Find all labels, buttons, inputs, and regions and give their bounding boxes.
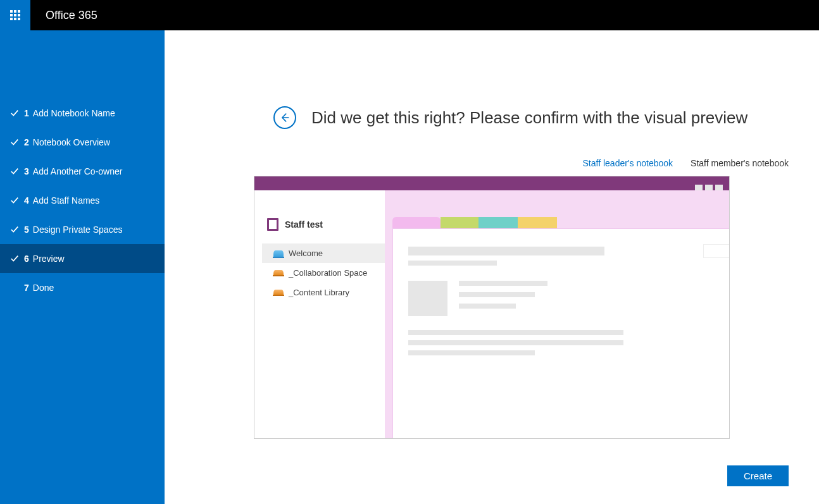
page-heading: Did we get this right? Please confirm wi… xyxy=(311,108,747,128)
notebook-title: Staff test xyxy=(285,219,323,230)
step-preview[interactable]: 6 Preview xyxy=(0,244,165,273)
wizard-sidebar: 1 Add Notebook Name 2 Notebook Overview … xyxy=(0,30,165,504)
placeholder-line xyxy=(408,350,535,355)
check-icon xyxy=(9,282,20,293)
notebook-nav: Staff test Welcome _Collaboration Space xyxy=(254,190,385,438)
notebook-title-row: Staff test xyxy=(262,216,385,233)
notebook-page-preview xyxy=(385,190,729,438)
step-add-notebook-name[interactable]: 1 Add Notebook Name xyxy=(0,99,165,128)
placeholder-line xyxy=(408,261,497,266)
check-icon xyxy=(9,195,20,206)
app-launcher-button[interactable] xyxy=(0,0,30,30)
placeholder-image xyxy=(408,281,447,316)
section-icon xyxy=(273,250,284,257)
step-notebook-overview[interactable]: 2 Notebook Overview xyxy=(0,128,165,157)
create-button[interactable]: Create xyxy=(727,465,789,486)
step-design-private-spaces[interactable]: 5 Design Private Spaces xyxy=(0,215,165,244)
check-icon xyxy=(9,137,20,148)
waffle-icon xyxy=(10,10,20,20)
step-label: Preview xyxy=(33,254,65,264)
placeholder-line xyxy=(408,247,604,255)
step-add-co-owner[interactable]: 3 Add Another Co-owner xyxy=(0,157,165,186)
section-label: _Content Library xyxy=(289,288,349,297)
step-add-staff-names[interactable]: 4 Add Staff Names xyxy=(0,186,165,215)
check-icon xyxy=(9,224,20,235)
folder-tab-icon xyxy=(478,217,518,228)
step-label: Add Staff Names xyxy=(33,195,100,206)
brand-title: Office 365 xyxy=(46,9,97,22)
step-label: Done xyxy=(33,283,54,293)
section-content-library[interactable]: _Content Library xyxy=(262,283,385,302)
folder-tab-icon xyxy=(441,217,478,228)
section-icon xyxy=(273,290,284,296)
main-content: Did we get this right? Please confirm wi… xyxy=(165,30,819,504)
placeholder-line xyxy=(459,292,535,297)
tab-staff-leader[interactable]: Staff leader's notebook xyxy=(583,158,673,168)
placeholder-line xyxy=(459,304,516,309)
section-icon xyxy=(273,270,284,276)
folder-tab-icon xyxy=(392,217,441,228)
placeholder-line xyxy=(459,281,547,286)
section-collaboration-space[interactable]: _Collaboration Space xyxy=(262,263,385,283)
folder-tab-icon xyxy=(518,217,557,228)
section-welcome[interactable]: Welcome xyxy=(262,243,385,263)
check-icon xyxy=(9,166,20,177)
notebook-preview: Staff test Welcome _Collaboration Space xyxy=(254,176,730,439)
section-label: Welcome xyxy=(289,249,323,258)
tab-staff-member[interactable]: Staff member's notebook xyxy=(691,158,789,168)
section-label: _Collaboration Space xyxy=(289,268,367,278)
preview-tabs: Staff leader's notebook Staff member's n… xyxy=(195,158,789,168)
back-button[interactable] xyxy=(273,106,296,129)
check-icon xyxy=(9,108,20,119)
arrow-left-icon xyxy=(278,111,291,124)
step-label: Design Private Spaces xyxy=(33,224,123,235)
notebook-icon xyxy=(267,218,278,231)
step-label: Notebook Overview xyxy=(33,137,110,147)
step-label: Add Notebook Name xyxy=(33,108,115,118)
step-done[interactable]: 7 Done xyxy=(0,273,165,302)
step-label: Add Another Co-owner xyxy=(33,166,123,176)
placeholder-line xyxy=(408,340,623,345)
check-icon xyxy=(9,253,20,264)
topbar: Office 365 xyxy=(0,0,819,30)
placeholder-line xyxy=(408,330,623,335)
